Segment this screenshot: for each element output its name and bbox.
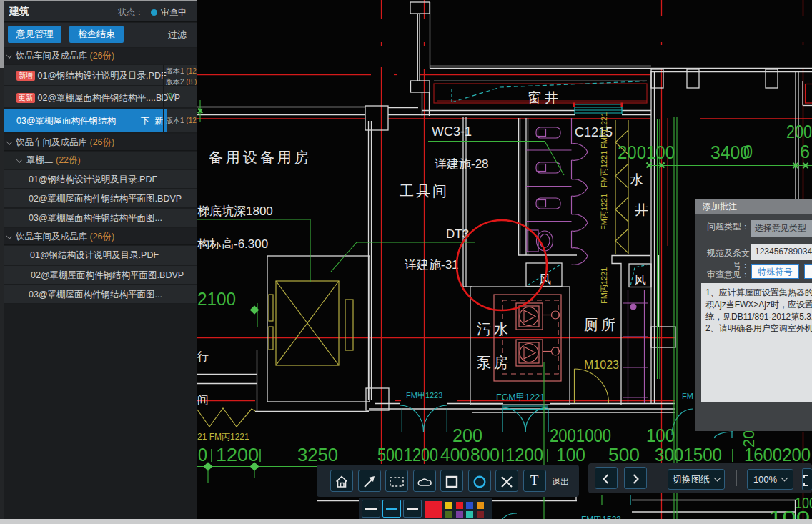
svg-text:6: 6: [800, 141, 810, 162]
svg-text:200: 200: [786, 121, 812, 142]
svg-text:M1023: M1023: [584, 359, 619, 371]
svg-text:行: 行: [197, 350, 209, 362]
svg-text:污水: 污水: [477, 321, 511, 337]
svg-text:200: 200: [452, 425, 482, 446]
svg-text:0: 0: [743, 141, 753, 162]
svg-text:FM丙1221: FM丙1221: [600, 267, 608, 304]
svg-text:100: 100: [646, 425, 675, 446]
svg-text:厕所: 厕所: [584, 317, 618, 332]
svg-text:1200: 1200: [404, 444, 438, 465]
svg-text:FM丙1221: FM丙1221: [600, 194, 608, 230]
svg-text:梯底坑深1800: 梯底坑深1800: [197, 204, 273, 218]
svg-text:工具间: 工具间: [400, 183, 449, 199]
svg-text:间: 间: [197, 394, 209, 406]
svg-text:3250: 3250: [297, 444, 338, 465]
svg-text:21 FM丙1221: 21 FM丙1221: [197, 432, 249, 442]
svg-text:FM丙1221: FM丙1221: [600, 151, 608, 187]
svg-text:500: 500: [377, 444, 403, 465]
svg-text:FGM甲1221: FGM甲1221: [496, 392, 545, 402]
svg-text:0: 0: [198, 444, 207, 465]
svg-text:2001000: 2001000: [550, 425, 611, 446]
svg-text:构标高-6.300: 构标高-6.300: [197, 237, 268, 251]
svg-text:详建施-28: 详建施-28: [435, 157, 489, 171]
svg-text:100: 100: [556, 444, 585, 465]
svg-text:800: 800: [470, 444, 500, 465]
svg-text:详建施-31: 详建施-31: [405, 258, 459, 272]
svg-text:400: 400: [440, 444, 470, 465]
svg-text:WC3-1: WC3-1: [432, 124, 472, 139]
svg-text:风: 风: [634, 273, 646, 287]
svg-text:2100: 2100: [197, 288, 236, 310]
svg-text:水: 水: [630, 172, 643, 187]
svg-text:FM甲1223: FM甲1223: [406, 391, 442, 400]
svg-text:200100: 200100: [618, 142, 675, 163]
svg-text:井: 井: [635, 202, 648, 217]
svg-text:1200: 1200: [505, 444, 543, 465]
svg-text:FM: FM: [682, 392, 693, 400]
svg-text:FM丙1221: FM丙1221: [600, 112, 608, 149]
svg-text:泵房: 泵房: [477, 355, 511, 370]
svg-text:500: 500: [608, 444, 640, 465]
svg-text:备用设备用房: 备用设备用房: [209, 149, 312, 165]
svg-text:3001500: 3001500: [655, 444, 722, 465]
svg-text:窗井: 窗井: [528, 90, 562, 105]
svg-text:1200: 1200: [216, 444, 259, 465]
